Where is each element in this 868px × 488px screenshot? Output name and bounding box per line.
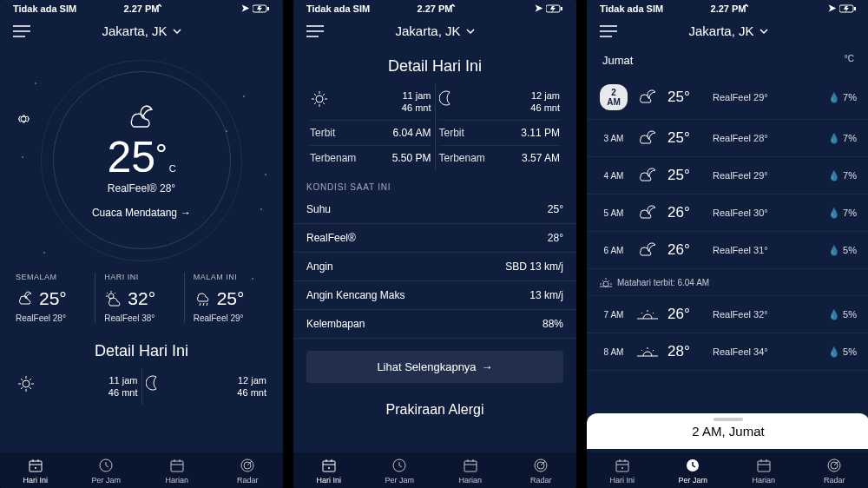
hour-realfeel: RealFeel 34°	[713, 346, 819, 357]
hour-row[interactable]: 3 AM 25° RealFeel 28° 💧7%	[587, 120, 868, 157]
hour-realfeel: RealFeel 31°	[713, 245, 819, 255]
tab-daily[interactable]: Harian	[141, 458, 213, 485]
svg-point-3	[23, 380, 30, 387]
calendar-today-icon	[321, 458, 337, 473]
weather-icon	[636, 342, 659, 361]
detail-title: Detail Hari Ini	[0, 330, 283, 369]
rain-icon	[194, 290, 213, 307]
hour-time: 5 AM	[600, 208, 628, 218]
tab-hourly[interactable]: Per Jam	[71, 458, 142, 485]
chevron-down-icon	[173, 29, 181, 34]
tab-daily[interactable]: Harian	[728, 458, 799, 485]
hour-time: 7 AM	[600, 310, 628, 320]
forecast-link[interactable]: Cuaca Mendatang→	[92, 207, 191, 219]
phone-screen-2: Tidak ada SIM⌃ 2.27 PM ➤ Jakarta, JK Det…	[293, 0, 576, 488]
location-text: Jakarta, JK	[102, 23, 167, 38]
main-temperature: 25°C	[107, 135, 175, 179]
radar-icon	[533, 458, 549, 473]
calendar-icon	[463, 458, 478, 473]
tab-bar: Hari Ini Per Jam Harian Radar	[293, 452, 576, 488]
menu-icon[interactable]	[600, 25, 617, 37]
cond-row: Suhu25°	[293, 195, 576, 224]
location-selector[interactable]: Jakarta, JK	[688, 23, 767, 38]
cond-row: Kelembapan88%	[293, 310, 576, 339]
location-arrow-icon: ➤	[241, 3, 249, 14]
sunrise-row: Matahari terbit: 6.04 AM	[587, 269, 868, 296]
tab-hourly[interactable]: Per Jam	[658, 458, 729, 485]
svg-rect-11	[561, 7, 562, 10]
hour-row[interactable]: 7 AM 26° RealFeel 32° 💧5%	[587, 296, 868, 333]
hour-row[interactable]: 8 AM 28° RealFeel 34° 💧5%	[587, 333, 868, 371]
hour-time: 4 AM	[600, 171, 628, 181]
svg-point-5	[35, 467, 36, 469]
calendar-icon	[756, 458, 772, 473]
svg-point-14	[328, 467, 330, 469]
summary-card[interactable]: SEMALAM25°RealFeel 28°	[10, 273, 95, 323]
hour-row[interactable]: 4 AM 25° RealFeel 29° 💧7%	[587, 157, 868, 195]
hour-temp: 26°	[667, 306, 704, 323]
app-header: Jakarta, JK	[0, 16, 283, 45]
hour-row[interactable]: 6 AM 26° RealFeel 31° 💧5%	[587, 232, 868, 269]
chevron-down-icon	[466, 29, 475, 34]
svg-rect-1	[267, 7, 269, 10]
radar-icon	[826, 458, 842, 473]
chevron-down-icon	[760, 29, 768, 34]
conditions-label: KONDISI SAAT INI	[293, 170, 576, 195]
svg-rect-4	[30, 461, 42, 472]
tab-radar[interactable]: Radar	[799, 458, 869, 485]
menu-icon[interactable]	[306, 25, 324, 37]
battery-icon	[839, 4, 857, 13]
location-arrow-icon: ➤	[535, 3, 542, 14]
moon-icon	[146, 374, 163, 392]
hour-time: 2 AM	[600, 84, 628, 110]
tab-radar[interactable]: Radar	[213, 458, 284, 485]
tab-today[interactable]: Hari Ini	[0, 458, 71, 485]
moon-icon	[439, 89, 457, 107]
tab-radar[interactable]: Radar	[506, 458, 577, 485]
svg-point-23	[621, 467, 623, 469]
partly-cloudy-night-icon	[16, 290, 35, 307]
tab-daily[interactable]: Harian	[435, 458, 506, 485]
weather-icon	[636, 203, 659, 222]
battery-icon	[546, 4, 563, 13]
location-selector[interactable]: Jakarta, JK	[395, 23, 474, 38]
sun-moon-panel: 11 jam46 mnt 12 jam46 mnt	[0, 369, 283, 405]
summary-card[interactable]: MALAM INI25°RealFeel 29°	[188, 273, 273, 323]
cond-row: AnginSBD 13 km/j	[293, 253, 576, 281]
hour-row[interactable]: 2 AM 25° RealFeel 29° 💧7%	[587, 76, 868, 120]
cond-row: Angin Kencang Maks13 km/j	[293, 281, 576, 310]
location-arrow-icon: ➤	[828, 3, 836, 14]
svg-rect-13	[323, 461, 335, 472]
svg-rect-25	[758, 461, 770, 472]
hero-weather: 25°C RealFeel® 28° Cuaca Mendatang→	[0, 45, 283, 262]
detail-title: Detail Hari Ini	[293, 45, 576, 84]
tab-today[interactable]: Hari Ini	[293, 458, 365, 485]
weather-icon	[636, 305, 659, 324]
svg-point-21	[603, 281, 608, 287]
hour-temp: 25°	[667, 129, 704, 147]
status-bar: Tidak ada SIM⌃ 2.27 PM ➤	[587, 0, 868, 16]
battery-icon	[253, 4, 270, 13]
hour-row[interactable]: 5 AM 26° RealFeel 30° 💧7%	[587, 195, 868, 232]
location-selector[interactable]: Jakarta, JK	[102, 23, 181, 38]
clock-icon	[98, 458, 114, 473]
status-bar: Tidak ada SIM ⌃ 2.27 PM ➤	[0, 0, 283, 16]
hour-precip: 💧7%	[828, 170, 857, 181]
see-more-button[interactable]: Lihat Selengkapnya→	[306, 351, 563, 383]
summary-cards: SEMALAM25°RealFeel 28° HARI INI32°RealFe…	[0, 262, 283, 330]
allergy-title: Prakiraan Alergi	[293, 395, 576, 425]
weather-icon	[636, 129, 659, 148]
hour-temp: 25°	[667, 89, 704, 106]
svg-rect-20	[854, 7, 856, 10]
calendar-today-icon	[28, 458, 43, 473]
tab-today[interactable]: Hari Ini	[587, 458, 658, 485]
status-time: 2.27 PM	[124, 3, 160, 14]
hour-realfeel: RealFeel 30°	[713, 208, 819, 218]
partly-sunny-icon	[104, 290, 123, 307]
tab-hourly[interactable]: Per Jam	[365, 458, 436, 485]
sun-icon	[310, 89, 329, 109]
menu-icon[interactable]	[13, 25, 30, 37]
summary-card[interactable]: HARI INI32°RealFeel 38°	[99, 273, 184, 323]
phone-screen-3: Tidak ada SIM⌃ 2.27 PM ➤ Jakarta, JK Jum…	[587, 0, 868, 488]
bottom-sheet[interactable]: 2 AM, Jumat	[587, 413, 868, 449]
